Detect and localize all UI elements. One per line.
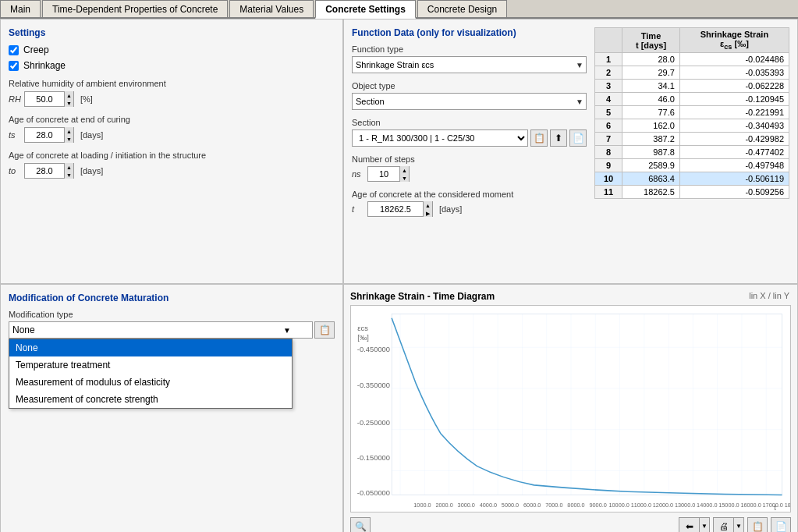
tab-concrete-settings[interactable]: Concrete Settings — [315, 0, 416, 19]
row-time: 6863.4 — [622, 172, 680, 186]
ts-input-group: ▲ ▼ — [24, 127, 74, 143]
to-var: to — [9, 166, 21, 176]
table-row: 1 28.0 -0.024486 — [595, 53, 789, 66]
svg-text:-0.250000: -0.250000 — [357, 418, 390, 427]
mod-icon-area: 📋 — [314, 321, 335, 339]
row-strain: -0.477402 — [679, 146, 789, 159]
ts-up[interactable]: ▲ — [65, 127, 73, 135]
chart-title: Shrinkage Strain - Time Diagram — [350, 291, 495, 302]
table-row: 3 34.1 -0.062228 — [595, 80, 789, 93]
object-type-select[interactable]: Section — [352, 93, 587, 110]
row-time: 34.1 — [622, 80, 680, 93]
col-index — [595, 28, 622, 53]
svg-text:14000.0: 14000.0 — [697, 502, 717, 509]
to-down[interactable]: ▼ — [65, 171, 73, 179]
steps-up[interactable]: ▲ — [400, 166, 409, 174]
section-icon-btn1[interactable]: 📋 — [530, 129, 548, 147]
ts-input[interactable] — [25, 130, 64, 140]
steps-input[interactable] — [368, 169, 399, 179]
row-time: 29.7 — [622, 66, 680, 80]
data-table-container: Timet [days] Shrinkage Strainεcs [‰] 1 2… — [594, 27, 789, 275]
to-input[interactable] — [25, 166, 64, 176]
svg-text:7000.0: 7000.0 — [545, 502, 562, 509]
shrinkage-checkbox[interactable] — [9, 61, 19, 71]
svg-text:11000.0: 11000.0 — [631, 502, 651, 509]
to-spinner: ▲ ▼ — [64, 163, 73, 179]
row-time: 77.6 — [622, 106, 680, 119]
chart-save-btn[interactable]: ⬅ — [679, 517, 699, 532]
age-right[interactable]: ▶ — [424, 209, 432, 217]
chart-lin-label: lin X / lin Y — [749, 291, 789, 300]
chart-right-btns: ⬅ ▼ 🖨 ▼ 📋 📄 — [679, 517, 791, 532]
svg-text:9000.0: 9000.0 — [589, 502, 606, 509]
to-unit: [days] — [80, 166, 103, 176]
age-input[interactable] — [368, 204, 423, 214]
svg-text:-0.150000: -0.150000 — [357, 453, 390, 462]
mod-option[interactable]: Measurement of concrete strength — [9, 391, 292, 408]
mod-dropdown-wrapper: None ▼ NoneTemperature treatmentMeasurem… — [9, 321, 313, 342]
chart-toolbar: 🔍 ⬅ ▼ 🖨 ▼ 📋 📄 — [350, 516, 791, 532]
section-icon-btn2[interactable]: ⬆ — [550, 129, 567, 147]
chart-save-arrow[interactable]: ▼ — [699, 517, 710, 532]
svg-text:15000.0: 15000.0 — [718, 502, 739, 509]
to-up[interactable]: ▲ — [65, 163, 73, 171]
chart-print-arrow[interactable]: ▼ — [733, 517, 744, 532]
mod-option[interactable]: Measurement of modulus of elasticity — [9, 374, 292, 391]
rh-row: RH ▲ ▼ [%] — [9, 91, 335, 107]
chart-print-dropdown: 🖨 ▼ — [713, 517, 744, 532]
creep-group: Creep Shrinkage — [9, 44, 335, 71]
to-label: Age of concrete at loading / initiation … — [9, 151, 335, 160]
table-row: 6 162.0 -0.340493 — [595, 119, 789, 133]
section-icon-btn3[interactable]: 📄 — [569, 129, 587, 147]
rh-up[interactable]: ▲ — [65, 91, 73, 99]
table-row: 5 77.6 -0.221991 — [595, 106, 789, 119]
to-group: Age of concrete at loading / initiation … — [9, 151, 335, 179]
row-time: 18262.5 — [622, 186, 680, 199]
row-index: 9 — [595, 159, 622, 172]
tab-timedep[interactable]: Time-Dependent Properties of Concrete — [42, 0, 228, 17]
ts-var: ts — [9, 130, 21, 140]
chart-panel: Shrinkage Strain - Time Diagram lin X / … — [343, 284, 798, 532]
chart-zoom-btn[interactable]: 🔍 — [350, 517, 371, 532]
mod-type-label: Modification type — [9, 310, 335, 319]
age-up[interactable]: ▲ — [424, 201, 432, 209]
section-select[interactable]: 1 - R_M1 300/300 | 1 - C25/30 — [352, 129, 528, 147]
chart-export-btn[interactable]: 📄 — [771, 517, 791, 532]
row-index: 7 — [595, 133, 622, 146]
row-time: 28.0 — [622, 53, 680, 66]
mod-icon-btn[interactable]: 📋 — [314, 321, 335, 339]
ts-row: ts ▲ ▼ [days] — [9, 127, 335, 143]
steps-down[interactable]: ▼ — [400, 174, 409, 182]
mod-select[interactable]: None — [9, 321, 313, 339]
shrinkage-checkbox-row[interactable]: Shrinkage — [9, 60, 335, 71]
row-strain: -0.035393 — [679, 66, 789, 80]
age-input-group: ▲ ▶ — [367, 201, 433, 217]
ts-label: Age of concrete at end of curing — [9, 115, 335, 124]
svg-text:[days]: [days] — [766, 511, 786, 512]
rh-down[interactable]: ▼ — [65, 99, 73, 107]
chart-copy-btn[interactable]: 📋 — [747, 517, 768, 532]
mod-option[interactable]: Temperature treatment — [9, 356, 292, 374]
tab-main[interactable]: Main — [0, 0, 41, 17]
ts-group: Age of concrete at end of curing ts ▲ ▼ … — [9, 115, 335, 143]
rh-input[interactable] — [25, 94, 64, 104]
mod-option[interactable]: None — [9, 339, 292, 356]
row-index: 8 — [595, 146, 622, 159]
section-label: Section — [352, 118, 587, 127]
object-type-wrapper: Section ▼ — [352, 93, 587, 110]
modification-panel: Modification of Concrete Maturation Modi… — [0, 284, 343, 532]
svg-text:8000.0: 8000.0 — [567, 502, 584, 509]
svg-text:-0.450000: -0.450000 — [357, 345, 390, 353]
svg-text:4000.0: 4000.0 — [480, 502, 497, 509]
row-strain: -0.024486 — [679, 53, 789, 66]
function-type-select[interactable]: Shrinkage Strain εcs — [352, 56, 587, 73]
svg-rect-1 — [392, 314, 782, 495]
ts-down[interactable]: ▼ — [65, 135, 73, 143]
tab-material[interactable]: Material Values — [229, 0, 314, 17]
to-row: to ▲ ▼ [days] — [9, 163, 335, 179]
table-row: 11 18262.5 -0.509256 — [595, 186, 789, 199]
tab-concrete-design[interactable]: Concrete Design — [417, 0, 507, 17]
creep-checkbox-row[interactable]: Creep — [9, 44, 335, 55]
creep-checkbox[interactable] — [9, 45, 19, 55]
chart-print-btn[interactable]: 🖨 — [713, 517, 733, 532]
